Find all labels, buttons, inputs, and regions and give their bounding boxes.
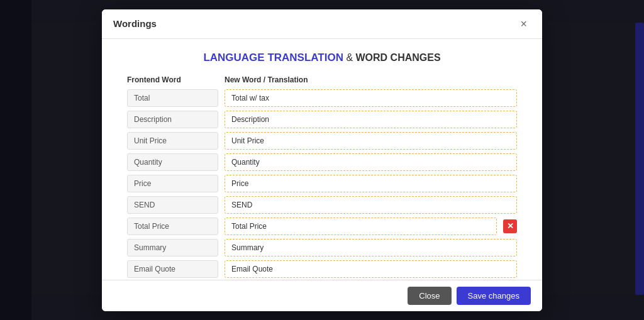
- new-word-input[interactable]: [225, 218, 497, 235]
- table-row: Unit Price: [127, 132, 517, 150]
- table-row: Total: [127, 89, 517, 107]
- table-row: Quantity: [127, 153, 517, 171]
- new-word-input[interactable]: [225, 132, 517, 150]
- table-row: Total Price✕: [127, 218, 517, 235]
- frontend-word-label: Price: [127, 175, 218, 192]
- frontend-word-label: SEND: [127, 196, 218, 214]
- section-title-normal: WORD CHANGES: [356, 52, 441, 63]
- modal-title: Wordings: [113, 18, 157, 29]
- section-title-separator: &: [343, 52, 356, 63]
- close-button[interactable]: Close: [408, 287, 451, 305]
- new-word-input[interactable]: [225, 239, 517, 257]
- modal-overlay: Wordings × LANGUAGE TRANSLATION & WORD C…: [0, 0, 644, 320]
- col-header-new-word: New Word / Translation: [225, 75, 517, 84]
- save-changes-button[interactable]: Save changes: [457, 287, 531, 305]
- frontend-word-label: Summary: [127, 239, 218, 257]
- new-word-input[interactable]: [225, 89, 517, 107]
- new-word-input[interactable]: [225, 175, 517, 192]
- modal-close-button[interactable]: ×: [516, 17, 531, 31]
- table-row: Price: [127, 175, 517, 192]
- new-word-input[interactable]: [225, 260, 517, 278]
- frontend-word-label: Total: [127, 89, 218, 107]
- table-row: Email Quote: [127, 260, 517, 278]
- new-word-input[interactable]: [225, 153, 517, 171]
- table-row: Description: [127, 111, 517, 128]
- frontend-word-label: Quantity: [127, 153, 218, 171]
- modal-body: LANGUAGE TRANSLATION & WORD CHANGES Fron…: [102, 39, 542, 280]
- new-word-input[interactable]: [225, 111, 517, 128]
- section-title: LANGUAGE TRANSLATION & WORD CHANGES: [127, 52, 517, 64]
- table-row: SEND: [127, 196, 517, 214]
- frontend-word-label: Email Quote: [127, 260, 218, 278]
- new-word-input[interactable]: [225, 196, 517, 214]
- frontend-word-label: Total Price: [127, 218, 218, 235]
- translation-rows: TotalDescriptionUnit PriceQuantityPriceS…: [127, 89, 517, 280]
- table-row: Summary: [127, 239, 517, 257]
- wordings-modal: Wordings × LANGUAGE TRANSLATION & WORD C…: [102, 9, 542, 311]
- delete-row-button[interactable]: ✕: [503, 219, 517, 233]
- section-title-highlight: LANGUAGE TRANSLATION: [203, 52, 343, 63]
- modal-header: Wordings ×: [102, 9, 542, 39]
- frontend-word-label: Unit Price: [127, 132, 218, 150]
- modal-footer: Close Save changes: [102, 280, 542, 311]
- frontend-word-label: Description: [127, 111, 218, 128]
- col-header-frontend: Frontend Word: [127, 75, 218, 84]
- column-headers: Frontend Word New Word / Translation: [127, 75, 517, 84]
